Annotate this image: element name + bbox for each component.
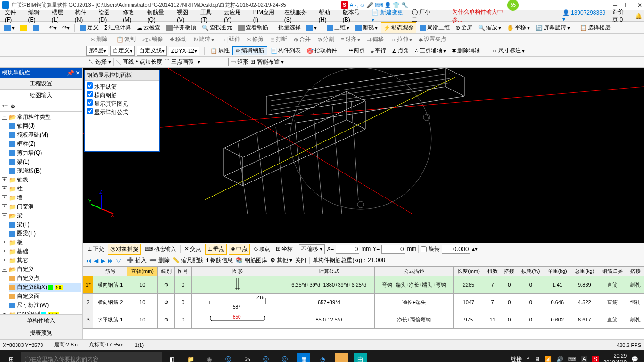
chk-trans-input[interactable] (87, 91, 93, 97)
grid-cell[interactable]: 10 (127, 294, 158, 311)
trim-button[interactable]: ✂ 修剪 (244, 35, 266, 43)
grid-cell[interactable]: 10 (127, 311, 158, 329)
split-button[interactable]: ⊘ 分割 (315, 35, 337, 43)
hide-button[interactable]: ▾ (304, 23, 319, 33)
tree-item[interactable]: 轴网(J) (17, 122, 35, 130)
edge1-icon[interactable]: ⓔ (219, 350, 238, 362)
grid-cell[interactable]: 绑扎 (627, 276, 644, 294)
rebar-grid[interactable]: 筋号直径(mm)级别图号图形计算公式公式描述长度(mm)根数搭接损耗(%)单重(… (83, 266, 644, 339)
pin-icon[interactable]: 📌 ✕ (67, 70, 80, 76)
ime-mic-icon[interactable]: 🎤 (366, 2, 373, 8)
overlook-button[interactable]: 俯视▾ (353, 22, 380, 33)
rect-button[interactable]: ▭ 矩形 (231, 58, 248, 66)
folder-task-icon[interactable]: 📁 (181, 350, 200, 362)
app1-icon[interactable]: ▦ (297, 353, 310, 362)
grid-cell[interactable]: 水平纵筋.1 (93, 311, 127, 329)
grid-cell[interactable]: 850 (191, 311, 283, 329)
sogou-icon[interactable]: S (341, 1, 348, 9)
grid-header[interactable]: 长度(mm) (453, 267, 484, 276)
tree-config-icon[interactable]: ⚙ (10, 103, 16, 110)
grid-header[interactable]: 直径(mm) (127, 267, 158, 276)
grid-header[interactable]: 筋号 (93, 267, 127, 276)
grid-cell[interactable]: 9.869 (571, 276, 598, 294)
tree-item[interactable]: 筏板基础(M) (17, 131, 48, 139)
ime-smile-icon[interactable]: ☺ (359, 2, 365, 8)
mid-button[interactable]: ◈ 中点 (229, 244, 250, 255)
close-button[interactable]: ✕ (637, 2, 642, 8)
select-button[interactable]: ↖ 选择 ▾ (88, 58, 111, 66)
menu-file[interactable]: 文件(F) (2, 8, 25, 23)
tray-ime-icon[interactable]: ⌨ (568, 356, 576, 362)
ime-comma-icon[interactable]: ·, (355, 2, 358, 8)
grid-cell[interactable]: 0 (501, 311, 518, 329)
locate-button[interactable]: ▽ (116, 257, 121, 264)
maximize-button[interactable]: ☐ (625, 2, 630, 8)
tree-item-selected[interactable]: 自定义线(X) (17, 283, 47, 291)
menu-version[interactable]: 版本号(B) (340, 8, 369, 23)
custom-combo[interactable]: 自定义 ▾ (110, 46, 135, 56)
exp-root[interactable]: − (2, 115, 7, 120)
grid-cell[interactable]: 1047 (453, 294, 484, 311)
mirror-button[interactable]: ◁▷ 镜像 (140, 35, 165, 43)
y-input[interactable] (381, 245, 405, 254)
menu-cloud[interactable]: 云应用(Y) (221, 8, 250, 23)
ortho-button[interactable]: ⊥ 正交 (85, 244, 106, 254)
grid-cell[interactable]: 7 (484, 294, 501, 311)
grid-cell[interactable]: 直筋 (598, 294, 627, 311)
grid-cell[interactable] (191, 276, 283, 294)
dimnote-button[interactable]: ↔ 尺寸标注▾ (489, 47, 528, 55)
tree-cat[interactable]: 门窗洞 (17, 203, 34, 211)
other-button[interactable]: ⚙ 其他 ▾ (270, 256, 293, 264)
complist-button[interactable]: 📃 构件列表 (267, 47, 304, 55)
chk-trans[interactable]: 横向钢筋 (87, 91, 157, 99)
extend-button[interactable]: →| 延伸 (218, 35, 242, 43)
grid-cell[interactable]: 0 (175, 294, 192, 311)
pan-button[interactable]: ✋ 平移▾ (504, 22, 532, 33)
threeaux-button[interactable]: ∴ 三点辅轴▾ (412, 47, 449, 55)
insert-button[interactable]: ➕ 插入 (127, 256, 147, 264)
warning-text[interactable]: 为什么单构件输入中参... (452, 8, 511, 24)
chk-other[interactable]: 显示其它图元 (87, 99, 157, 108)
bell-icon[interactable]: 🔔 (635, 13, 642, 19)
viewrebar-button[interactable]: 查看钢筋 (236, 22, 271, 33)
menu-help[interactable]: 帮助(H) (316, 8, 340, 23)
tree-cat[interactable]: 自定义 (17, 265, 34, 273)
tray-a-icon[interactable]: A (581, 356, 587, 362)
new-file-button[interactable]: ▾ (2, 23, 17, 33)
stretch-button[interactable]: ↔ 拉伸▾ (388, 35, 414, 43)
grid-cell[interactable]: 横向钢筋.2 (93, 294, 127, 311)
tray-link[interactable]: 链接 (511, 355, 522, 362)
exp-other[interactable]: + (2, 258, 7, 263)
chk-horiz-input[interactable] (87, 82, 93, 89)
tree-cat[interactable]: 板 (17, 239, 23, 247)
exp-door[interactable]: + (2, 204, 7, 209)
exp-wall[interactable]: + (2, 195, 7, 200)
exp-base[interactable]: + (2, 249, 7, 254)
editrebar-button[interactable]: ✏ 编辑钢筋 (232, 46, 267, 55)
edge2-icon[interactable]: ⓔ (256, 350, 275, 362)
scale-button[interactable]: 📏 缩尺配筋 (173, 256, 204, 264)
grid-header[interactable]: 损耗(%) (518, 267, 544, 276)
angle-input[interactable] (442, 245, 470, 254)
align-button[interactable]: ≡ 对齐▾ (339, 35, 363, 43)
grid-header[interactable]: 根数 (484, 267, 501, 276)
fullscreen-button[interactable]: ⊕ 全屏 (453, 22, 475, 33)
tray-device-icon[interactable]: 🖥 (534, 356, 540, 362)
coord-button[interactable]: ⊞ 坐标 (274, 244, 295, 254)
tree-item[interactable]: 现浇板(B) (17, 167, 41, 175)
tray-net-icon[interactable]: 📶 (545, 356, 552, 362)
zdyx-combo[interactable]: ZDYX-12 ▾ (169, 47, 199, 55)
tree-cat[interactable]: 柱 (17, 185, 23, 193)
open-button[interactable] (18, 23, 29, 33)
flatroof-button[interactable]: 平齐板顶 (164, 22, 198, 33)
tree-item[interactable]: 尺寸标注(W) (17, 301, 49, 309)
dyninput-button[interactable]: ⌨ 动态输入 (143, 244, 178, 254)
rotate-button[interactable]: ↻ 旋转▾ (191, 35, 216, 43)
tree-item[interactable]: 自定义点 (17, 274, 40, 282)
chk-detail[interactable]: 显示详细公式 (87, 108, 157, 116)
screenrot-button[interactable]: 🔄 屏幕旋转▾ (533, 22, 572, 33)
grid-header[interactable]: 图形 (191, 267, 283, 276)
grid-header[interactable]: 公式描述 (375, 267, 454, 276)
grid-cell[interactable]: 10 (127, 276, 158, 294)
tree-item[interactable]: 自定义面 (17, 292, 40, 300)
